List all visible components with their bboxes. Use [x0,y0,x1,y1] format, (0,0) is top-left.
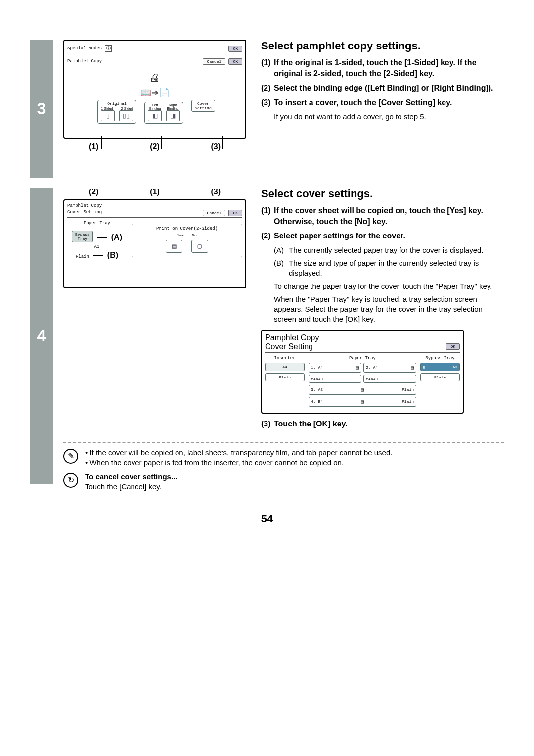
note-cancel: ↻ To cancel cover settings... Touch the … [63,472,504,492]
para1: To change the paper tray for the cover, … [274,282,504,291]
inserter-plain[interactable]: Plain [265,373,305,381]
pamphlet-copy-label: Pamphlet Copy [67,59,102,64]
ok-button[interactable]: OK [228,210,242,216]
tray-1-type: Plain [309,375,361,383]
page-number: 54 [0,513,534,525]
tray-3[interactable]: 3. A3▤Plain [309,385,416,395]
booklet-icon: 📖➜📄 [67,87,242,98]
note-bullet-2: When the cover paper is fed from the ins… [85,458,392,468]
step4-item1: If the cover sheet will be copied on, to… [274,205,504,227]
cover-setting-button[interactable]: Cover Setting [191,100,215,112]
step-4: 4 (2) (1) (3) Pamphlet Copy Cover Settin… [30,188,504,496]
step4-item3: Touch the [OK] key. [274,419,504,429]
paper-tray-label: Paper Tray [67,221,127,226]
tray-selection-panel: Pamphlet Copy Cover Setting OK Inserter … [261,330,464,414]
pamphlet-copy-label: Pamphlet Copy [67,203,242,208]
one-sided-button[interactable]: ▯ [101,110,115,121]
two-sided-button[interactable]: ▯▯ [119,110,133,121]
cancel-button[interactable]: Cancel [203,210,226,216]
step-number-3: 3 [30,40,53,178]
original-group: Original 1-Sided 2-Sided ▯ ▯▯ [97,100,136,124]
print-on-cover-box: Print on Cover(2-Sided) Yes No ▤ ▢ [132,224,242,257]
divider [63,442,504,443]
cancel-icon: ↻ [63,473,78,488]
cover-setting-label: Cover Setting [67,210,102,215]
step3-item3: To insert a cover, touch the [Cover Sett… [274,97,504,108]
bypass-tray-button[interactable]: Bypass Tray [72,231,93,242]
right-binding-button[interactable]: ◨ [166,110,180,121]
callout-3-top: (3) [185,188,246,196]
bypass-plain: Plain [420,373,460,381]
inserter-a4[interactable]: A4 [265,363,305,371]
step-number-4: 4 [30,188,53,484]
note-bullet-1: If the cover will be copied on, label sh… [85,448,392,458]
inserter-col-label: Inserter [265,356,305,361]
step-3: 3 Special Modes ⓘ OK Pamphlet Copy Cance… [30,40,504,178]
callout-1: (1) [89,142,99,151]
ok-button-2[interactable]: OK [228,58,242,65]
info-icon: ✎ [63,449,78,464]
binding-group: Left Binding Right Binding ◧ ◨ [144,102,183,124]
cover-setting-panel: Pamphlet Copy Cover Setting Cancel OK Pa… [63,199,246,288]
para2: When the "Paper Tray" key is touched, a … [274,294,504,325]
cancel-button[interactable]: Cancel [203,58,226,65]
callout-2-top: (2) [63,188,124,196]
tray-1[interactable]: 1. A4▤ [309,363,361,373]
paper-tray-col-label: Paper Tray [309,356,416,361]
step3-item1: If the original is 1-sided, touch the [1… [274,57,504,79]
yes-button[interactable]: ▤ [166,240,182,253]
special-modes-label: Special Modes [67,46,102,51]
info-icon: ⓘ [105,45,112,52]
ok-button[interactable]: OK [228,46,242,52]
tray-2-type: Plain [363,375,416,383]
cancel-title: To cancel cover settings... [85,472,177,482]
ok-button[interactable]: OK [446,343,460,350]
no-button[interactable]: ▢ [191,240,208,253]
step4-title: Select cover settings. [261,188,504,200]
bypass-col-label: Bypass Tray [420,356,460,361]
sub-b-text: The size and type of paper in the curren… [289,258,504,279]
callout-3: (3) [211,142,221,151]
print-on-cover-label: Print on Cover(2-Sided) [135,226,239,231]
tray-2[interactable]: 2. A4▤ [363,363,416,373]
left-binding-button[interactable]: ◧ [148,110,162,121]
figure3-callouts: (1) (2) (3) [63,142,246,151]
tray-4[interactable]: 4. B4▤Plain [309,397,416,407]
tray-size: A3 [67,244,127,249]
step3-sub: If you do not want to add a cover, go to… [274,112,504,122]
pamphlet-copy-panel: Special Modes ⓘ OK Pamphlet Copy Cancel … [63,40,246,139]
note-info: ✎ If the cover will be copied on, label … [63,448,504,468]
callout-1-top: (1) [124,188,185,196]
pamphlet-copy-label: Pamphlet Copy [265,333,460,342]
label-a: (A) [111,233,122,241]
step4-item2: Select paper settings for the cover. [274,231,504,241]
cancel-text: Touch the [Cancel] key. [85,482,177,492]
step3-item2: Select the binding edge ([Left Binding] … [274,83,504,94]
bypass-a3[interactable]: ▦A3 [420,363,460,371]
cover-setting-label: Cover Setting [265,342,313,351]
label-b: (B) [107,251,118,259]
tray-type: Plain [76,254,89,259]
callout-2: (2) [150,142,160,151]
step3-title: Select pamphlet copy settings. [261,40,504,52]
sub-a-text: The currently selected paper tray for th… [289,245,484,255]
printer-icon: 🖨 [67,71,242,84]
